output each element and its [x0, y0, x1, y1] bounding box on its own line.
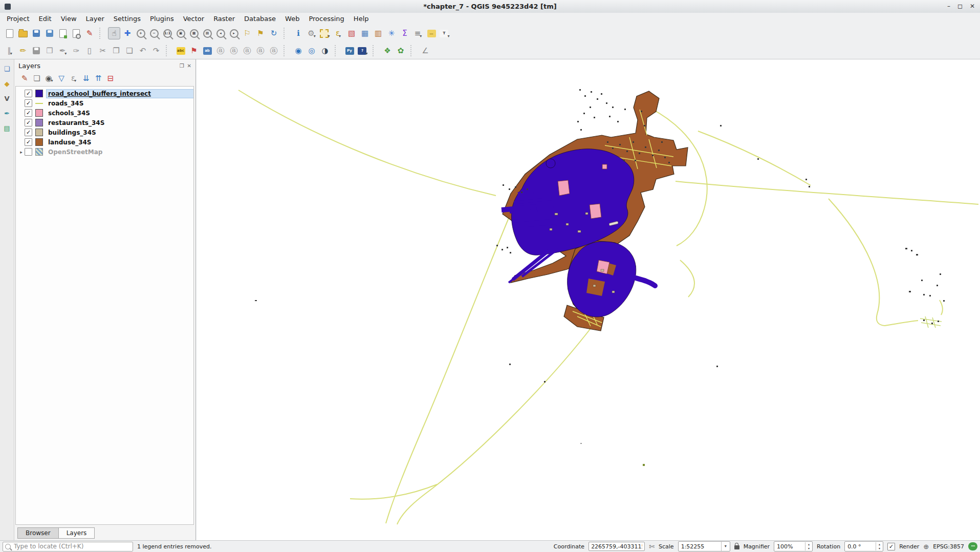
filter-by-expression-icon[interactable]: ε▾ — [68, 73, 79, 84]
add-record-icon[interactable]: ❒ — [43, 45, 56, 57]
log-messages-icon[interactable]: ··· — [968, 542, 977, 550]
browser-dock-icon[interactable]: ◆ — [2, 78, 12, 89]
rotation-spinner[interactable]: 0.0 ° ▴▾ — [844, 541, 883, 551]
locate-input[interactable] — [13, 542, 130, 550]
expander-icon[interactable]: ▸ — [18, 150, 25, 155]
layer-name[interactable]: schools_34S — [47, 109, 92, 117]
layer-swatch[interactable] — [35, 138, 43, 146]
osm-import-icon[interactable]: ✿ — [395, 45, 407, 57]
move-label-icon[interactable]: ⓐ — [241, 45, 253, 57]
filter-legend-icon[interactable]: ▽ — [56, 73, 67, 84]
layer-name[interactable]: buildings_34S — [47, 129, 98, 137]
processing-toolbox-icon[interactable]: ✳ — [385, 27, 398, 39]
show-layout-manager-icon[interactable] — [70, 27, 82, 39]
osm-download-icon[interactable]: ❖ — [381, 45, 394, 57]
layer-visibility-checkbox[interactable] — [25, 148, 32, 156]
spinner-arrows[interactable]: ▴▾ — [805, 542, 812, 550]
menu-edit[interactable]: Edit — [34, 13, 56, 25]
redo-icon[interactable]: ↷ — [150, 45, 162, 57]
help-contents-icon[interactable]: ?▾ — [357, 45, 369, 57]
zoom-out-icon[interactable]: − — [148, 27, 160, 39]
layer-visibility-checkbox[interactable]: ✓ — [25, 138, 32, 146]
new-project-icon[interactable] — [4, 27, 16, 39]
zoom-full-icon[interactable]: ▣ — [175, 27, 187, 39]
zoom-native-icon[interactable]: 1:1 — [161, 27, 173, 39]
layer-name[interactable]: road_school_buffers_intersect — [47, 90, 193, 98]
render-checkbox[interactable]: ✓ — [887, 543, 895, 550]
layer-name[interactable]: roads_34S — [47, 99, 85, 108]
measure-line-icon[interactable]: ≡▾ — [412, 27, 424, 39]
cut-features-icon[interactable]: ✂ — [97, 45, 109, 57]
annotation-dock-icon[interactable]: ✒ — [2, 108, 12, 118]
layer-styling-dock-icon[interactable]: ❏ — [2, 63, 12, 74]
select-by-expression-icon[interactable]: ε▾ — [332, 27, 344, 39]
expand-all-icon[interactable]: ⇊ — [80, 73, 92, 84]
layer-swatch[interactable] — [35, 119, 43, 126]
style-manager-icon[interactable]: ✎ — [83, 27, 96, 39]
layer-name[interactable]: landuse_34S — [47, 138, 93, 146]
pin-unpin-labels-icon[interactable]: ⓐ — [214, 45, 227, 57]
python-console-icon[interactable]: Py — [343, 45, 356, 57]
close-panel-icon[interactable]: ✕ — [187, 63, 191, 69]
scale-combo[interactable]: 1:52255 ▾ — [678, 541, 730, 551]
save-layer-edits-icon[interactable] — [30, 45, 42, 57]
layer-name[interactable]: OpenStreetMap — [47, 148, 104, 156]
current-edits-icon[interactable]: ∥▾ — [4, 45, 16, 57]
scale-dropdown-icon[interactable]: ▾ — [721, 542, 730, 551]
layer-row[interactable]: ✓restaurants_34S — [16, 118, 193, 128]
coordinate-input[interactable] — [589, 542, 645, 551]
highlight-pinned-labels-icon[interactable]: ab — [201, 45, 213, 57]
layer-row[interactable]: ✓landuse_34S — [16, 137, 193, 147]
rotate-label-icon[interactable]: ⓐ — [254, 45, 267, 57]
layer-row[interactable]: ▸OpenStreetMap — [16, 147, 193, 157]
menu-settings[interactable]: Settings — [109, 13, 145, 25]
layer-swatch[interactable] — [35, 148, 43, 156]
layer-row[interactable]: ✓buildings_34S — [16, 128, 193, 137]
menu-vector[interactable]: Vector — [179, 13, 209, 25]
menu-raster[interactable]: Raster — [209, 13, 239, 25]
layer-row[interactable]: ✓roads_34S — [16, 98, 193, 108]
zoom-to-layer-icon[interactable]: ▤ — [201, 27, 213, 39]
vertex-editor-dock-icon[interactable]: V — [2, 93, 12, 103]
layer-name[interactable]: restaurants_34S — [47, 119, 106, 127]
crs-globe-icon[interactable]: ⊕ — [923, 543, 929, 550]
layer-swatch[interactable] — [35, 99, 43, 107]
toggle-editing-icon[interactable]: ✏ — [17, 45, 29, 57]
layer-labeling-icon[interactable]: abc — [175, 45, 187, 57]
delete-selected-icon[interactable]: ▯ — [83, 45, 96, 57]
menu-view[interactable]: View — [56, 13, 81, 25]
add-wfs-service-icon[interactable]: ◎ — [306, 45, 318, 57]
processing-dock-icon[interactable]: ▤ — [2, 123, 12, 133]
menu-plugins[interactable]: Plugins — [145, 13, 179, 25]
open-layer-styling-icon[interactable]: ✎ — [19, 73, 30, 84]
pan-to-selection-icon[interactable]: ✚ — [121, 27, 134, 39]
zoom-last-icon[interactable]: ◂ — [214, 27, 227, 39]
map-tips-icon[interactable]: … — [425, 27, 438, 39]
save-project-icon[interactable] — [30, 27, 42, 39]
field-calculator-icon[interactable]: ▥ — [372, 27, 384, 39]
layer-visibility-checkbox[interactable]: ✓ — [25, 90, 32, 97]
collapse-all-icon[interactable]: ⇈ — [93, 73, 104, 84]
menu-layer[interactable]: Layer — [81, 13, 109, 25]
minimize-button[interactable]: – — [947, 0, 950, 13]
layer-visibility-checkbox[interactable]: ✓ — [25, 129, 32, 136]
elevation-profile-icon[interactable]: ∠ — [419, 45, 431, 57]
select-features-icon[interactable]: ▾ — [319, 27, 331, 39]
show-hide-labels-icon[interactable]: ⓐ — [228, 45, 240, 57]
identify-features-icon[interactable]: ℹ — [292, 27, 304, 39]
refresh-map-icon[interactable]: ↻ — [268, 27, 280, 39]
layer-swatch[interactable] — [35, 109, 43, 117]
layer-visibility-checkbox[interactable]: ✓ — [25, 99, 32, 107]
maximize-button[interactable]: ◻ — [957, 0, 963, 13]
map-canvas[interactable] — [197, 59, 980, 540]
undo-icon[interactable]: ↶ — [137, 45, 149, 57]
open-project-icon[interactable] — [17, 27, 29, 39]
panel-tab-layers[interactable]: Layers — [58, 527, 95, 539]
zoom-to-selection-icon[interactable]: ▦ — [188, 27, 200, 39]
extents-toggle-icon[interactable]: ✄ — [649, 543, 655, 550]
add-group-icon[interactable]: ❏ — [31, 73, 42, 84]
layer-row[interactable]: ✓road_school_buffers_intersect — [16, 89, 193, 98]
menu-processing[interactable]: Processing — [304, 13, 349, 25]
add-wms-service-icon[interactable]: ◉ — [292, 45, 304, 57]
menu-database[interactable]: Database — [239, 13, 280, 25]
